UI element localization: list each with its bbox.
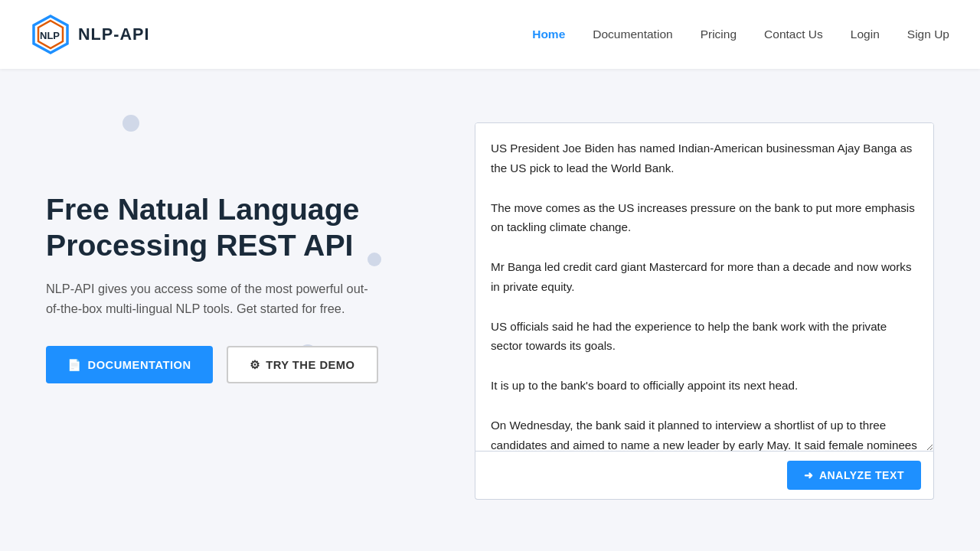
text-input-area[interactable]: US President Joe Biden has named Indian-… — [475, 122, 934, 452]
nav-login[interactable]: Login — [851, 28, 880, 41]
hero-subtitle: NLP-API gives you access some of the mos… — [46, 279, 375, 318]
analyze-icon: ➜ — [804, 469, 814, 481]
docs-icon: 📄 — [67, 358, 82, 372]
hero-title: Free Natual Language Processing REST API — [46, 191, 444, 263]
demo-label: TRY THE DEMO — [266, 359, 354, 371]
navbar: NLP NLP-API Home Documentation Pricing C… — [0, 0, 980, 69]
try-demo-button[interactable]: ⚙ TRY THE DEMO — [227, 346, 378, 383]
demo-panel: US President Joe Biden has named Indian-… — [475, 122, 934, 500]
logo-icon: NLP — [31, 15, 70, 54]
nav-pricing[interactable]: Pricing — [701, 28, 737, 41]
nav-links: Home Documentation Pricing Contact Us Lo… — [532, 28, 949, 41]
nav-signup[interactable]: Sign Up — [907, 28, 949, 41]
hero-buttons: 📄 DOCUMENTATION ⚙ TRY THE DEMO — [46, 346, 444, 383]
documentation-button[interactable]: 📄 DOCUMENTATION — [46, 346, 213, 383]
brand-name: NLP-API — [78, 24, 149, 44]
logo[interactable]: NLP NLP-API — [31, 15, 149, 54]
main-content: Free Natual Language Processing REST API… — [0, 69, 980, 530]
analyze-text-button[interactable]: ➜ ANALYZE TEXT — [787, 461, 921, 490]
analyze-label: ANALYZE TEXT — [819, 469, 904, 481]
hero-section: Free Natual Language Processing REST API… — [46, 115, 444, 383]
demo-footer: ➜ ANALYZE TEXT — [475, 452, 934, 500]
docs-label: DOCUMENTATION — [88, 359, 191, 371]
nav-contact[interactable]: Contact Us — [764, 28, 823, 41]
nav-home[interactable]: Home — [532, 28, 565, 41]
svg-text:NLP: NLP — [40, 30, 60, 41]
demo-icon: ⚙ — [250, 358, 260, 371]
nav-documentation[interactable]: Documentation — [593, 28, 672, 41]
